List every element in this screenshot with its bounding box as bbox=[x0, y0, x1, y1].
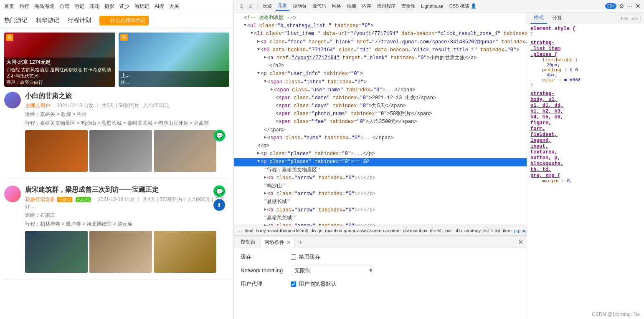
style-rule-element: element.style { } bbox=[530, 26, 641, 37]
tab-行程计划[interactable]: 行程计划 bbox=[68, 13, 91, 28]
nav-海岛海滩[interactable]: 海岛海滩 bbox=[34, 3, 54, 10]
html-line-a-title[interactable]: ▶ <a href="/youji/7717164" target="_blan… bbox=[234, 54, 527, 62]
html-line-text-jiayuguan[interactable]: "嘉峪关关城" bbox=[234, 214, 527, 222]
html-line-h2[interactable]: ▼ <h2 data-bookid="7717164" class="tit" … bbox=[234, 46, 527, 54]
tab-sources[interactable]: 源代码 bbox=[310, 2, 329, 10]
chat-icon-2[interactable]: 💬 bbox=[213, 186, 225, 197]
html-line-p-close[interactable]: </p> bbox=[234, 142, 527, 150]
html-line-text-jiayu[interactable]: "行程：嘉峪关文物景区" bbox=[234, 166, 527, 174]
breadcrumb-body[interactable]: body.assist-theme-default bbox=[256, 228, 308, 233]
html-line-b-arrow-2[interactable]: ▶ <b class="arrow" tabindex="0" >>></b> bbox=[234, 190, 527, 198]
tab-lighthouse[interactable]: Lighthouse bbox=[418, 3, 446, 10]
html-line-span-fee[interactable]: <span class="fee" tabindex="0" >人均2500元<… bbox=[234, 118, 527, 126]
article-1-itinerary: 行程：嘉峪关文物景区 > 鸣沙山 > 悬壁长城 > 嘉峪关关城 > 鸣沙山月牙泉… bbox=[25, 120, 229, 127]
card1-badge: 新 bbox=[6, 34, 13, 41]
article-1-title[interactable]: 小白的甘肃之旅 bbox=[25, 92, 229, 100]
html-content[interactable]: <!-- 攻略列表区 --> ▼ <ul class="b_strategy_l… bbox=[234, 13, 527, 226]
styles-tab-computed[interactable]: 计算 bbox=[549, 13, 565, 23]
html-line-p-places-collapsed[interactable]: ▶ <p class="places" tabindex="0" >...</p… bbox=[234, 150, 527, 158]
html-line-b-arrow-4[interactable]: ▶ <b class="arrow" tabindex="0" >>></b> bbox=[234, 222, 527, 226]
tab-application[interactable]: 应用程序 bbox=[375, 2, 398, 10]
html-line-span-intro-close[interactable]: </span> bbox=[234, 126, 527, 134]
tab-security[interactable]: 安全性 bbox=[399, 2, 418, 10]
nav-ai搜[interactable]: AI搜 bbox=[155, 3, 164, 10]
more-tools-icon[interactable]: ⋯ bbox=[627, 3, 633, 10]
issues-badge[interactable]: 99+ bbox=[605, 3, 616, 9]
breadcrumb-div-qn[interactable]: div.qn_mainbox.qunar-assist-screen-conte… bbox=[311, 228, 401, 233]
html-line-text-mingshashan[interactable]: "鸣沙山" bbox=[234, 182, 527, 190]
article-2-user[interactable]: 花旅行记念册 bbox=[25, 196, 55, 202]
tab-console-bottom[interactable]: 控制台 bbox=[237, 237, 259, 247]
breadcrumb-div-leftbar[interactable]: div.left_bar bbox=[430, 228, 452, 233]
bottom-panel-close-button[interactable]: ✕ bbox=[518, 238, 523, 246]
article-2-title[interactable]: 唐宋建筑群，梁思成曾三次到访——宝藏正定 bbox=[25, 186, 229, 194]
devtools-close-icon[interactable]: ✕ bbox=[635, 2, 641, 10]
tab-memory[interactable]: 内存 bbox=[360, 2, 374, 10]
tab-热门游记[interactable]: 热门游记 bbox=[4, 13, 28, 28]
settings-icon[interactable]: ⚙ bbox=[619, 3, 624, 10]
html-line-p-places-selected[interactable]: ▼ <p class="places" tabindex="0" > == $0 bbox=[234, 158, 527, 166]
tab-network[interactable]: 网络 bbox=[330, 2, 344, 10]
html-panel: <!-- 攻略列表区 --> ▼ <ul class="b_strategy_l… bbox=[234, 13, 527, 319]
breadcrumb-p-places[interactable]: p.places bbox=[514, 228, 527, 233]
nav-摄影[interactable]: 摄影 bbox=[104, 3, 114, 10]
article-2-route: 途经：石家庄 bbox=[25, 212, 229, 219]
featured-card-2[interactable]: 新 上... 住... bbox=[119, 33, 230, 87]
up-icon-2[interactable]: ⬆ bbox=[213, 199, 225, 211]
html-line-text-xuanbi[interactable]: "悬壁长城" bbox=[234, 198, 527, 206]
tab-css-overview[interactable]: CSS 概述 👤 bbox=[447, 2, 479, 10]
html-line-b-arrow-3[interactable]: ▶ <b class="arrow" tabindex="0" >>></b> bbox=[234, 206, 527, 214]
nav-花花[interactable]: 花花 bbox=[89, 3, 99, 10]
html-line-span-date[interactable]: <span class="date" tabindex="0" >2021-12… bbox=[234, 94, 527, 102]
tab-elements[interactable]: 元素 bbox=[275, 1, 289, 11]
add-panel-button[interactable]: + bbox=[296, 239, 305, 246]
breadcrumb-html[interactable]: html bbox=[245, 228, 254, 233]
card2-title: 上... 住... bbox=[119, 71, 230, 87]
styles-tab-styles[interactable]: 样式 bbox=[530, 13, 547, 24]
html-line-comment[interactable]: <!-- 攻略列表区 --> bbox=[234, 14, 527, 22]
styles-content: element.style { } strateg-.list_item.pla… bbox=[527, 24, 644, 319]
tab-network-conditions[interactable]: 网络条件 ✕ bbox=[261, 237, 294, 248]
device-icon[interactable]: ⊡ bbox=[246, 2, 255, 10]
html-line-span-username[interactable]: ▶ <span class="user_name" tabindex="0" >… bbox=[234, 86, 527, 94]
html-line-ul[interactable]: ▼ <ul class="b_strategy_list " tabindex=… bbox=[234, 22, 527, 30]
content-area[interactable]: 新 大同-北京 1274元起 四合院 古韵风格酒店 逛网红南锣鼓巷 打卡考察明清… bbox=[0, 28, 233, 319]
breadcrumb-div-mainbox[interactable]: div.mainbox bbox=[403, 228, 427, 233]
tab-special[interactable]: 🔶 什么是精华游记 bbox=[99, 16, 149, 25]
nav-游记[interactable]: 游记 bbox=[74, 3, 84, 10]
tab-performance[interactable]: 性能 bbox=[345, 2, 359, 10]
breadcrumb-li-listitem[interactable]: li.list_item bbox=[492, 228, 512, 233]
bottom-panel: 控制台 网络条件 ✕ + ✕ 缓存 bbox=[234, 236, 527, 319]
nav-自驾[interactable]: 自驾 bbox=[59, 3, 69, 10]
nav-游玩记[interactable]: 游玩记 bbox=[134, 3, 150, 10]
html-line-a-face[interactable]: ▶ <a class="face" target="_blank" href="… bbox=[234, 38, 527, 46]
nav-大关[interactable]: 大关 bbox=[169, 3, 179, 10]
html-line-span-intro[interactable]: ▼ <span class="intro" tabindex="0" > bbox=[234, 78, 527, 86]
html-line-b-arrow-1[interactable]: ▶ <b class="arrow" tabindex="0" >>></b> bbox=[234, 174, 527, 182]
html-line-li[interactable]: ▼ <li class="list_item " data-url="/youj… bbox=[234, 30, 527, 38]
chat-icon-1[interactable]: 💬 bbox=[213, 130, 225, 141]
inspect-icon[interactable]: ⊡ bbox=[237, 2, 246, 10]
proxy-default-checkbox[interactable] bbox=[291, 281, 296, 287]
nav-旅行[interactable]: 旅行 bbox=[19, 3, 29, 10]
style-selector-link-body[interactable]: strateg-body, ul,ol, dl, dd,h1, h2, h3,h… bbox=[530, 91, 563, 178]
tab-console[interactable]: 控制台 bbox=[290, 2, 309, 10]
cache-control: 禁用缓存 bbox=[291, 253, 520, 261]
article-1-user[interactable]: 去哪儿用户 bbox=[25, 103, 50, 108]
html-line-p-userinfo[interactable]: ▼ <p class="user_info" tabindex="0" > bbox=[234, 70, 527, 78]
tab-welcome[interactable]: 欢迎 bbox=[260, 2, 274, 10]
network-conditions-close[interactable]: ✕ bbox=[287, 239, 291, 245]
html-line-h2-close[interactable]: </h2> bbox=[234, 62, 527, 70]
html-line-span-days[interactable]: <span class="days" tabindex="0" >共5天</sp… bbox=[234, 102, 527, 110]
style-selector-link-places[interactable]: strateg-.list_item.places { bbox=[530, 40, 560, 58]
disable-cache-checkbox[interactable] bbox=[291, 254, 296, 260]
nav-首页[interactable]: 首页 bbox=[4, 3, 14, 10]
tab-精华游记[interactable]: 精华游记 bbox=[36, 13, 59, 28]
breadcrumb-ul-strategy[interactable]: ul.b_strategy_list bbox=[454, 228, 489, 233]
nav-证少[interactable]: 证少 bbox=[119, 3, 129, 10]
html-line-span-photos[interactable]: <span class="photo_nums" tabindex="0" >5… bbox=[234, 110, 527, 118]
html-line-span-nums[interactable]: ▶ <span class="nums" tabindex="0" >...</… bbox=[234, 134, 527, 142]
styles-filter-input[interactable]: :hov .cls bbox=[617, 15, 641, 22]
featured-card-1[interactable]: 新 大同-北京 1274元起 四合院 古韵风格酒店 逛网红南锣鼓巷 打卡考察明清… bbox=[4, 33, 115, 87]
throttle-select[interactable]: 无限制 快速 3G 慢速 3G 离线 bbox=[291, 266, 374, 275]
